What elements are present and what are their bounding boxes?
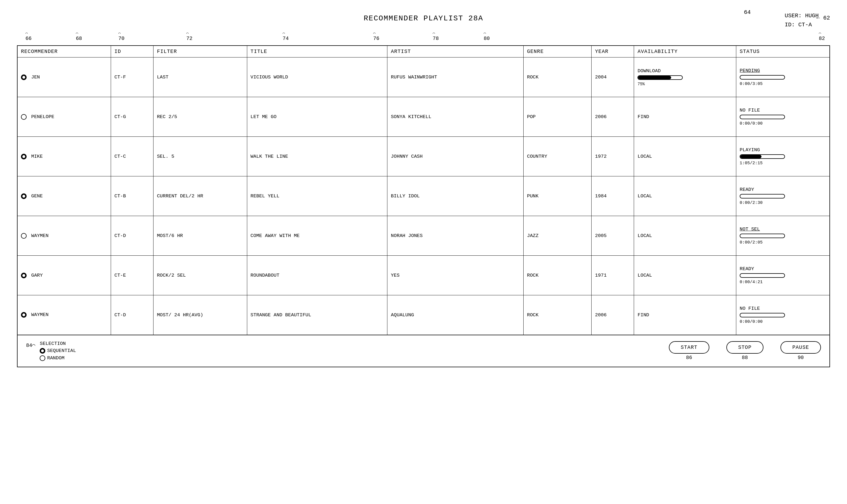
status-progress-track — [740, 75, 785, 79]
table-row: GENECT-BCURRENT DEL/2 HRREBEL YELLBILLY … — [17, 176, 830, 216]
table-row: MIKECT-CSEL. 5WALK THE LINEJOHNNY CASHCO… — [17, 137, 830, 176]
recommender-name: WAYMEN — [28, 312, 49, 318]
genre-cell: ROCK — [523, 295, 591, 335]
availability-text: DOWNLOAD — [637, 68, 733, 74]
ann-86: 86 — [686, 355, 692, 360]
status-cell: PENDING0:00/3:05 — [736, 57, 830, 97]
table-body: JENCT-FLASTVICIOUS WORLDRUFUS WAINWRIGHT… — [17, 57, 830, 335]
title-cell: COME AWAY WITH ME — [247, 216, 388, 256]
recommender-cell: WAYMEN — [17, 295, 111, 335]
radio-empty-icon[interactable] — [21, 114, 26, 120]
status-text: NO FILE — [740, 108, 826, 113]
artist-cell: YES — [388, 256, 524, 295]
filter-cell: LAST — [154, 57, 247, 97]
recommender-name: JEN — [28, 74, 40, 80]
filter-cell: REC 2/5 — [154, 97, 247, 137]
title-cell: VICIOUS WORLD — [247, 57, 388, 97]
year-cell: 1971 — [592, 256, 634, 295]
column-annotations: ⌒ 66 ⌒ 68 ⌒ 70 ⌒ 72 ⌒ 74 ⌒ 76 ⌒ — [17, 31, 830, 45]
id-cell: CT-D — [111, 216, 153, 256]
radio-empty-icon[interactable] — [21, 233, 26, 239]
start-btn-group: START 86 — [669, 341, 709, 360]
recommender-cell: GENE — [17, 176, 111, 216]
availability-text: FIND — [637, 114, 733, 120]
sequential-radio[interactable] — [40, 348, 45, 354]
ann-78: ⌒ 78 — [433, 31, 439, 41]
recommender-cell: JEN — [17, 57, 111, 97]
status-progress-track — [740, 234, 785, 238]
id-label: ID: CT-A — [785, 20, 819, 30]
status-progress-track — [740, 154, 785, 159]
availability-cell: LOCAL — [634, 176, 736, 216]
availability-cell: LOCAL — [634, 137, 736, 176]
col-availability: AVAILABILITY — [634, 46, 736, 57]
status-cell: NO FILE0:00/0:00 — [736, 295, 830, 335]
selection-label: SELECTION — [40, 341, 76, 346]
radio-filled-icon[interactable] — [21, 273, 26, 278]
id-cell: CT-F — [111, 57, 153, 97]
title-cell: WALK THE LINE — [247, 137, 388, 176]
recommender-cell: MIKE — [17, 137, 111, 176]
status-progress-fill — [740, 155, 761, 158]
id-cell: CT-G — [111, 97, 153, 137]
availability-cell: FIND — [634, 295, 736, 335]
ann-72: ⌒ 72 — [186, 31, 193, 41]
genre-cell: JAZZ — [523, 216, 591, 256]
radio-filled-icon[interactable] — [21, 312, 26, 318]
status-time: 0:00/2:30 — [740, 200, 826, 205]
availability-cell: LOCAL — [634, 216, 736, 256]
status-cell: READY0:00/4:21 — [736, 256, 830, 295]
availability-text: LOCAL — [637, 193, 733, 199]
pause-button[interactable]: PAUSE — [780, 341, 821, 354]
table-row: WAYMENCT-DMOST/ 24 HR(AVG)STRANGE AND BE… — [17, 295, 830, 335]
recommender-cell: WAYMEN — [17, 216, 111, 256]
status-cell: NOT SEL0:00/2:05 — [736, 216, 830, 256]
status-progress-track — [740, 194, 785, 198]
col-recommender: RECOMMENDER — [17, 46, 111, 57]
availability-cell: LOCAL — [634, 256, 736, 295]
recommender-name: GARY — [28, 273, 43, 278]
page-title: RECOMMENDER PLAYLIST 28A — [364, 14, 483, 23]
availability-progress-fill — [638, 76, 671, 79]
footer-selection: SELECTION SEQUENTIAL RANDOM — [40, 341, 76, 361]
radio-filled-icon[interactable] — [21, 154, 26, 159]
id-cell: CT-B — [111, 176, 153, 216]
availability-text: FIND — [637, 312, 733, 318]
sequential-row: SEQUENTIAL — [40, 348, 76, 354]
col-artist: ARTIST — [388, 46, 524, 57]
year-cell: 2005 — [592, 216, 634, 256]
ann-68: ⌒ 68 — [76, 31, 82, 41]
col-filter: FILTER — [154, 46, 247, 57]
artist-cell: JOHNNY CASH — [388, 137, 524, 176]
filter-cell: CURRENT DEL/2 HR — [154, 176, 247, 216]
status-time: 0:00/0:00 — [740, 121, 826, 126]
table-row: WAYMENCT-DMOST/6 HRCOME AWAY WITH MENORA… — [17, 216, 830, 256]
artist-cell: SONYA KITCHELL — [388, 97, 524, 137]
recommender-name: WAYMEN — [28, 233, 49, 238]
col-status: STATUS — [736, 46, 830, 57]
artist-cell: AQUALUNG — [388, 295, 524, 335]
recommender-cell: GARY — [17, 256, 111, 295]
ann-76: ⌒ 76 — [373, 31, 379, 41]
availability-text: LOCAL — [637, 273, 733, 278]
ann-70: ⌒ 70 — [119, 31, 125, 41]
col-title: TITLE — [247, 46, 388, 57]
year-cell: 2006 — [592, 97, 634, 137]
filter-cell: MOST/ 24 HR(AVG) — [154, 295, 247, 335]
id-cell: CT-E — [111, 256, 153, 295]
genre-cell: ROCK — [523, 57, 591, 97]
user-label: USER: HUGH — [785, 11, 819, 20]
table-row: JENCT-FLASTVICIOUS WORLDRUFUS WAINWRIGHT… — [17, 57, 830, 97]
status-cell: NO FILE0:00/0:00 — [736, 97, 830, 137]
ann-88: 88 — [742, 355, 748, 360]
id-cell: CT-C — [111, 137, 153, 176]
status-progress-track — [740, 273, 785, 278]
table-header: RECOMMENDER ID FILTER TITLE ARTIST GENRE… — [17, 46, 830, 57]
artist-cell: BILLY IDOL — [388, 176, 524, 216]
start-button[interactable]: START — [669, 341, 709, 354]
radio-filled-icon[interactable] — [21, 74, 26, 80]
annotation-62: ← 62 — [816, 15, 830, 21]
radio-filled-icon[interactable] — [21, 193, 26, 199]
stop-button[interactable]: STOP — [726, 341, 763, 354]
random-radio[interactable] — [40, 355, 45, 361]
